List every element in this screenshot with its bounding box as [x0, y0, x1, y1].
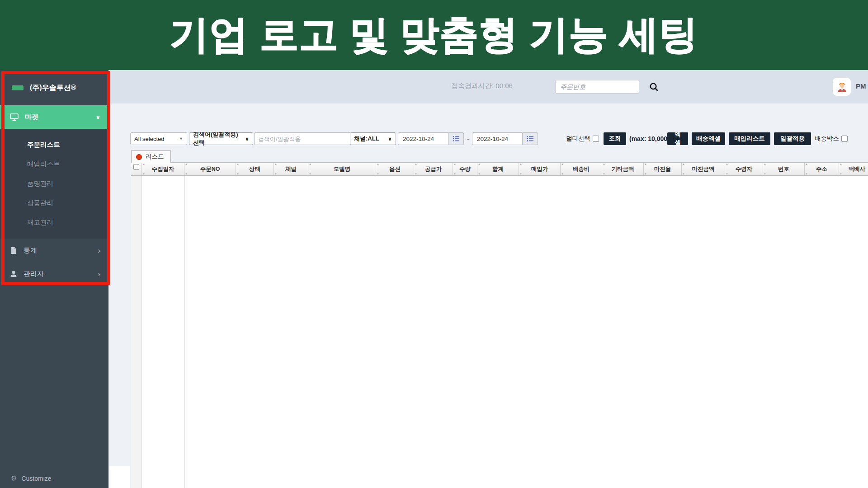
- market-submenu: 주문리스트 매입리스트 품명관리 상품관리 재고관리: [0, 129, 108, 239]
- customize-label: Customize: [21, 475, 51, 482]
- table-body: [131, 176, 868, 488]
- sidebar-item-label: 통계: [24, 246, 37, 255]
- tab-label: 리스트: [146, 153, 164, 161]
- column-header-receiver[interactable]: 수령자: [725, 163, 763, 175]
- multi-select-checkbox[interactable]: [593, 136, 599, 142]
- user-role-label: PM: [856, 82, 866, 90]
- header-banner: 기업 로고 및 맞춤형 기능 세팅: [0, 0, 868, 70]
- sidebar-item-market[interactable]: 마켓 ∨: [0, 105, 108, 129]
- person-icon: [10, 270, 17, 277]
- chevron-down-icon: ∨: [242, 136, 249, 142]
- red-dot-icon: [136, 154, 142, 160]
- select-all-cell: [131, 163, 142, 175]
- column-header-order-no[interactable]: 주문NO: [184, 163, 236, 175]
- excel-button[interactable]: 엑셀: [667, 132, 688, 145]
- keyword-type-dropdown[interactable]: 검색어(일괄적용)선택 ∨: [189, 132, 253, 145]
- date-to-input[interactable]: [472, 132, 523, 145]
- column-header-total[interactable]: 합계: [477, 163, 519, 175]
- bottom-left-gutter: [109, 466, 130, 488]
- avatar-person-icon: [836, 81, 848, 93]
- column-header-number[interactable]: 번호: [763, 163, 805, 175]
- chevron-down-icon: ∨: [95, 114, 100, 121]
- sidebar-item-label: 관리자: [24, 270, 44, 278]
- column-header-status[interactable]: 상태: [236, 163, 274, 175]
- table-header-row: 수집일자 주문NO 상태 채널 모델명 옵션 공급가 수량 합계 매입가 배송비…: [131, 162, 868, 176]
- topbar: 접속경과시간: 00:06 PM: [108, 70, 868, 103]
- filter-bar: All selected ▼ 검색어(일괄적용)선택 ∨ 채널:ALL ∨ ~: [108, 132, 868, 146]
- chevron-down-icon: ∨: [385, 136, 392, 142]
- bulk-apply-button[interactable]: 일괄적용: [774, 132, 811, 145]
- user-avatar[interactable]: [833, 78, 851, 96]
- column-header-model-name[interactable]: 모델명: [308, 163, 376, 175]
- chevron-right-icon: ›: [98, 247, 100, 254]
- column-header-margin-rate[interactable]: 마진율: [644, 163, 682, 175]
- shipping-box-checkbox[interactable]: [841, 136, 848, 142]
- max-rows-note: (max: 10,000): [629, 132, 670, 145]
- column-header-shipping-fee[interactable]: 배송비: [561, 163, 602, 175]
- document-icon: [10, 247, 17, 254]
- main-area: 접속경과시간: 00:06 PM All selected ▼: [108, 70, 868, 488]
- date-range-separator: ~: [466, 132, 471, 145]
- shipping-excel-button[interactable]: 배송엑셀: [692, 132, 725, 145]
- sidebar-item-order-list[interactable]: 주문리스트: [0, 135, 108, 155]
- column-header-margin-amount[interactable]: 마진금액: [682, 163, 725, 175]
- monitor-icon: [10, 113, 19, 121]
- sidebar-item-stock-mgmt[interactable]: 재고관리: [0, 213, 108, 232]
- session-elapsed-time: 접속경과시간: 00:06: [451, 82, 513, 90]
- chevron-right-icon: ›: [98, 270, 100, 278]
- sidebar-item-product-mgmt[interactable]: 상품관리: [0, 193, 108, 213]
- gear-icon: ⚙: [11, 474, 17, 483]
- page-title: 기업 로고 및 맞춤형 기능 세팅: [170, 9, 698, 61]
- list-icon: [527, 136, 534, 142]
- column-header-channel[interactable]: 채널: [274, 163, 308, 175]
- sidebar-item-purchase-list[interactable]: 매입리스트: [0, 155, 108, 174]
- sidebar: (주)우솔루션® 마켓 ∨ 주문리스트 매입리스트 품명관리 상품관리 재고관리…: [0, 70, 108, 488]
- sidebar-item-item-name-mgmt[interactable]: 품명관리: [0, 174, 108, 193]
- column-header-purchase-price[interactable]: 매입가: [519, 163, 561, 175]
- content-area: All selected ▼ 검색어(일괄적용)선택 ∨ 채널:ALL ∨ ~: [108, 103, 868, 488]
- date-to-list-button[interactable]: [523, 132, 538, 145]
- date-from-input[interactable]: [398, 132, 448, 145]
- tab-list[interactable]: 리스트: [131, 150, 171, 163]
- column-header-supply-price[interactable]: 공급가: [414, 163, 453, 175]
- channel-dropdown[interactable]: 채널:ALL ∨: [350, 132, 396, 145]
- first-column-divider: [184, 176, 185, 488]
- column-header-collect-date[interactable]: 수집일자: [142, 163, 184, 175]
- customize-button[interactable]: ⚙ Customize: [0, 471, 108, 486]
- keyword-input[interactable]: [254, 132, 351, 145]
- date-from-list-button[interactable]: [448, 132, 464, 145]
- company-logo-row[interactable]: (주)우솔루션®: [0, 70, 108, 105]
- search-button[interactable]: 조회: [604, 132, 626, 145]
- sidebar-item-statistics[interactable]: 통계 ›: [0, 239, 108, 262]
- shipping-box-option: 배송박스: [815, 132, 848, 145]
- list-icon: [453, 136, 460, 142]
- column-header-courier[interactable]: 택배사: [839, 163, 868, 175]
- caret-down-icon: ▼: [176, 136, 183, 141]
- brand-logo-icon: [12, 85, 24, 90]
- column-header-etc-amount[interactable]: 기타금액: [602, 163, 644, 175]
- checkbox-column-strip: [131, 176, 142, 488]
- select-all-checkbox[interactable]: [133, 164, 139, 170]
- sidebar-item-admin[interactable]: 관리자 ›: [0, 262, 108, 286]
- all-selected-dropdown[interactable]: All selected ▼: [130, 132, 187, 145]
- column-header-address[interactable]: 주소: [805, 163, 839, 175]
- company-name: (주)우솔루션®: [30, 83, 76, 93]
- order-number-search-input[interactable]: [555, 80, 639, 94]
- purchase-list-button[interactable]: 매입리스트: [729, 132, 770, 145]
- sidebar-item-label: 마켓: [25, 113, 38, 122]
- column-header-quantity[interactable]: 수량: [453, 163, 477, 175]
- column-header-option[interactable]: 옵션: [376, 163, 414, 175]
- search-icon[interactable]: [649, 82, 659, 92]
- multi-select-option: 멀티선택: [566, 132, 599, 145]
